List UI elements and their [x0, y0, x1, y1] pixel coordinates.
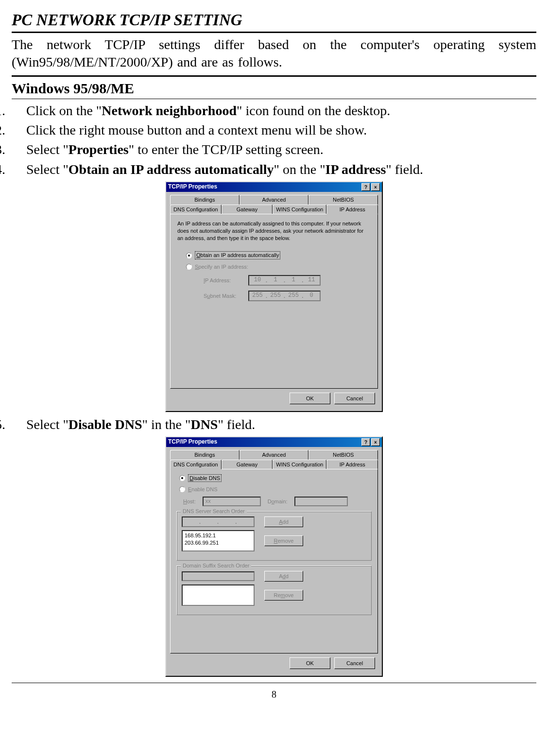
- divider: [12, 683, 536, 683]
- step-bold: Properties: [68, 142, 129, 157]
- radio-label: btain an IP address automatically: [201, 252, 279, 258]
- tab-wins-configuration[interactable]: WINS Configuration: [273, 205, 326, 214]
- steps-list: 1.Click on the "Network neighborhood" ic…: [12, 102, 536, 179]
- step-text: " field.: [386, 162, 423, 177]
- tab-strip: Bindings Advanced NetBIOS DNS Configurat…: [170, 450, 378, 469]
- step-bold: DNS: [190, 417, 218, 432]
- list-item: 4.Select "Obtain an IP address automatic…: [12, 161, 536, 178]
- dns-server-input[interactable]: ...: [182, 516, 255, 527]
- tab-ip-address[interactable]: IP Address: [326, 205, 378, 214]
- radio-disable-dns[interactable]: Disable DNS: [179, 474, 372, 482]
- list-item: 203.66.99.251: [185, 539, 252, 546]
- tcpip-properties-dialog-dns: TCP/IP Properties ? × Bindings Advanced …: [165, 436, 383, 677]
- group-legend: Domain Suffix Search Order: [181, 562, 251, 569]
- intro-text: The network TCP/IP settings differ based…: [12, 36, 536, 71]
- divider: [12, 99, 536, 99]
- step-bold: IP address: [325, 162, 386, 177]
- titlebar: TCP/IP Properties ? ×: [166, 437, 382, 447]
- radio-icon: [179, 475, 185, 481]
- page-title: PC NETWORK TCP/IP SETTING: [12, 10, 536, 33]
- group-legend: DNS Server Search Order: [181, 508, 247, 515]
- domain-suffix-list[interactable]: [182, 584, 255, 606]
- tab-ip-address[interactable]: IP Address: [326, 460, 378, 469]
- step-text: Select ": [26, 142, 68, 157]
- ip-seg: 0: [303, 292, 320, 300]
- host-label: Host:: [183, 498, 196, 505]
- ip-seg: 255: [249, 292, 266, 300]
- radio-specify[interactable]: Specify an IP address:: [186, 263, 371, 270]
- step-text: " on the ": [274, 162, 325, 177]
- step-text: " to enter the TCP/IP setting screen.: [129, 142, 324, 157]
- ok-button[interactable]: OK: [290, 393, 330, 404]
- tab-netbios[interactable]: NetBIOS: [308, 195, 378, 204]
- subnet-mask-input[interactable]: 255. 255. 255. 0: [248, 291, 321, 301]
- cancel-button[interactable]: Cancel: [334, 657, 375, 669]
- tab-dns-configuration[interactable]: DNS Configuration: [170, 205, 222, 214]
- radio-obtain-auto[interactable]: Obtain an IP address automatically: [186, 251, 371, 259]
- step-text: Select ": [26, 162, 68, 177]
- cancel-button[interactable]: Cancel: [334, 393, 375, 404]
- radio-label: Specify an IP address:: [195, 263, 248, 270]
- tab-netbios[interactable]: NetBIOS: [308, 450, 378, 459]
- dns-server-search-order-group: DNS Server Search Order ... Add 168.95.1…: [176, 511, 372, 561]
- remove-button[interactable]: Remove: [264, 535, 303, 546]
- step-text: " field.: [218, 417, 255, 432]
- host-input[interactable]: xx: [203, 497, 261, 506]
- step-text: Click the right mouse button and a conte…: [26, 122, 367, 137]
- ip-address-input[interactable]: 10. 1. 1. 11: [248, 275, 321, 286]
- step-bold: Obtain an IP address automatically: [68, 162, 274, 177]
- description-text: An IP address can be automatically assig…: [177, 220, 371, 242]
- tab-wins-configuration[interactable]: WINS Configuration: [273, 460, 326, 469]
- domain-suffix-search-order-group: Domain Suffix Search Order Add Remove: [176, 566, 372, 615]
- ip-seg: 10: [249, 276, 266, 284]
- list-item: 168.95.192.1: [185, 532, 252, 539]
- close-button[interactable]: ×: [371, 438, 380, 446]
- help-button[interactable]: ?: [361, 183, 370, 191]
- tab-gateway[interactable]: Gateway: [222, 205, 273, 214]
- ip-seg: 1: [267, 276, 284, 284]
- radio-enable-dns[interactable]: Enable DNS: [179, 486, 372, 493]
- step-text: " in the ": [142, 417, 191, 432]
- step-text: Click on the ": [26, 103, 102, 118]
- step-bold: Disable DNS: [68, 417, 142, 432]
- subnet-mask-label: Subnet Mask:: [204, 292, 248, 299]
- tab-gateway[interactable]: Gateway: [222, 460, 273, 469]
- dialog-title: TCP/IP Properties: [168, 183, 360, 191]
- remove-button[interactable]: Remove: [264, 590, 303, 601]
- tab-bindings[interactable]: Bindings: [170, 450, 240, 459]
- titlebar: TCP/IP Properties ? ×: [166, 182, 382, 192]
- step-text: Select ": [26, 417, 68, 432]
- list-item: 3.Select "Properties" to enter the TCP/I…: [12, 141, 536, 158]
- list-item: 2.Click the right mouse button and a con…: [12, 121, 536, 139]
- section-heading: Windows 95/98/ME: [12, 79, 536, 98]
- domain-label: Domain:: [268, 498, 288, 505]
- tab-bindings[interactable]: Bindings: [170, 195, 240, 204]
- tab-panel: Disable DNS Enable DNS Host: xx Domain: …: [170, 469, 378, 653]
- tab-advanced[interactable]: Advanced: [240, 195, 309, 204]
- divider: [12, 75, 536, 77]
- add-button[interactable]: Add: [264, 516, 303, 527]
- tab-panel: An IP address can be automatically assig…: [170, 214, 378, 389]
- tab-advanced[interactable]: Advanced: [240, 450, 309, 459]
- list-item: 1.Click on the "Network neighborhood" ic…: [12, 102, 536, 120]
- dns-server-list[interactable]: 168.95.192.1 203.66.99.251: [182, 530, 255, 551]
- help-button[interactable]: ?: [361, 438, 370, 446]
- ip-seg: 255: [285, 292, 302, 300]
- domain-suffix-input[interactable]: [182, 571, 255, 581]
- tab-dns-configuration[interactable]: DNS Configuration: [170, 460, 222, 469]
- domain-input[interactable]: [294, 497, 348, 506]
- tcpip-properties-dialog-ip: TCP/IP Properties ? × Bindings Advanced …: [165, 181, 383, 412]
- steps-list: 5.Select "Disable DNS" in the "DNS" fiel…: [12, 416, 536, 433]
- step-text: " icon found on the desktop.: [237, 103, 390, 118]
- close-button[interactable]: ×: [371, 183, 380, 191]
- radio-icon: [186, 264, 192, 270]
- ok-button[interactable]: OK: [290, 657, 330, 669]
- add-button[interactable]: Add: [264, 571, 303, 582]
- radio-icon: [186, 253, 192, 258]
- tab-strip: Bindings Advanced NetBIOS DNS Configurat…: [170, 195, 378, 214]
- ip-seg: 255: [267, 292, 284, 300]
- ip-seg: 11: [303, 276, 320, 284]
- page-number: 8: [12, 688, 536, 701]
- ip-address-label: IP Address:: [204, 277, 248, 284]
- list-item: 5.Select "Disable DNS" in the "DNS" fiel…: [12, 416, 536, 433]
